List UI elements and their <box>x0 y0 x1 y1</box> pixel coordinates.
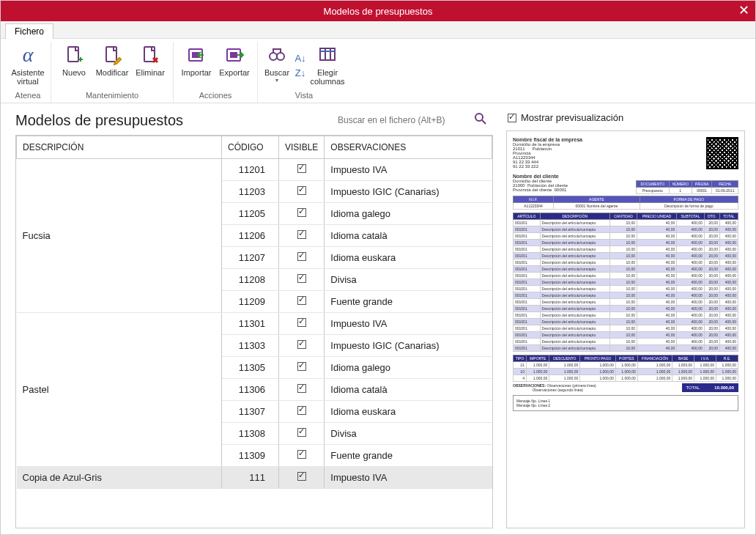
data-grid[interactable]: DESCRIPCIÓN CÓDIGO VISIBLE OBSERVACIONES… <box>15 135 493 528</box>
checkbox-icon[interactable] <box>297 318 306 327</box>
checkbox-icon[interactable] <box>297 428 306 437</box>
new-icon <box>62 43 86 67</box>
svg-point-15 <box>475 114 483 121</box>
search-box[interactable] <box>338 112 487 129</box>
group-cell: Pastel <box>17 313 222 467</box>
sort-desc-button[interactable]: Z↓ <box>293 67 308 80</box>
company-name: Nombre fiscal de la empresa <box>513 137 700 142</box>
preview-toggle-label: Mostrar previsualización <box>521 112 623 123</box>
preview-panel: Nombre fiscal de la empresa Domicilio de… <box>506 130 745 528</box>
checkbox-icon[interactable] <box>297 296 306 305</box>
checkbox-icon[interactable] <box>297 472 306 481</box>
svg-point-9 <box>270 53 277 60</box>
close-icon[interactable]: ✕ <box>738 2 749 18</box>
ribbon-group-vista: Buscar ▾ A↓ Z↓ Elegir columnas Vista <box>258 42 350 103</box>
svg-rect-11 <box>320 48 335 60</box>
checkbox-icon[interactable] <box>297 274 306 283</box>
new-button[interactable]: Nuevo <box>56 42 92 89</box>
checkbox-icon[interactable] <box>297 384 306 393</box>
table-row[interactable]: Copia de Azul-Gris111Impuesto IVA <box>17 467 492 489</box>
assistant-icon: α <box>16 43 40 67</box>
totals-table: TIPOIMPORTEDESCUENTOPRONTO PAGOPORTESFIN… <box>513 355 738 382</box>
table-row[interactable]: Fucsia11201Impuesto IVA <box>17 159 492 181</box>
import-button[interactable]: Importar <box>178 42 215 89</box>
tab-file[interactable]: Fichero <box>5 23 53 39</box>
search-button[interactable]: Buscar ▾ <box>262 42 292 89</box>
search-input[interactable] <box>338 115 470 125</box>
col-desc[interactable]: DESCRIPCIÓN <box>17 136 222 159</box>
svg-rect-3 <box>106 47 116 62</box>
qr-code-icon <box>706 137 738 169</box>
import-icon <box>185 43 208 67</box>
footer-box: Mensaje fijo. Línea 1 Mensaje fijo. Líne… <box>513 395 738 411</box>
checkbox-icon[interactable] <box>297 230 306 239</box>
agent-table: N.I.F.AGENTEFORMA DE PAGOA1122334400001 … <box>513 196 738 210</box>
sort-desc-icon: Z↓ <box>294 67 306 79</box>
ribbon-group-label: Mantenimiento <box>86 89 138 103</box>
columns-icon <box>316 43 339 67</box>
tabstrip: Fichero <box>1 21 755 39</box>
binoculars-icon <box>265 43 289 67</box>
svg-line-16 <box>482 120 486 124</box>
delete-icon <box>138 43 162 67</box>
checkbox-icon[interactable] <box>297 186 306 195</box>
ribbon-group-atenea: α Asistente virtual Atenea <box>5 42 51 103</box>
svg-point-10 <box>277 53 284 60</box>
preview-toggle[interactable]: Mostrar previsualización <box>508 112 745 123</box>
checkbox-icon[interactable] <box>297 252 306 261</box>
col-code[interactable]: CÓDIGO <box>222 136 279 159</box>
col-visible[interactable]: VISIBLE <box>279 136 325 159</box>
assistant-button[interactable]: α Asistente virtual <box>10 42 46 89</box>
col-obs[interactable]: OBSERVACIONES <box>325 136 492 159</box>
ribbon-group-label: Atenea <box>15 89 41 103</box>
checkbox-icon[interactable] <box>297 406 306 415</box>
page-title: Modelos de presupuestos <box>15 112 183 129</box>
doc-meta-table: DOCUMENTONÚMEROPÁGINAFECHAPresupuesto100… <box>636 180 738 194</box>
checkbox-icon[interactable] <box>297 362 306 371</box>
delete-button[interactable]: Eliminar <box>132 42 168 89</box>
client-name: Nombre del cliente <box>513 174 738 179</box>
ribbon-group-label: Vista <box>295 89 313 103</box>
sort-asc-icon: A↓ <box>294 53 306 64</box>
checkbox-icon[interactable] <box>508 114 516 122</box>
checkbox-icon[interactable] <box>297 340 306 349</box>
export-button[interactable]: Exportar <box>216 42 253 89</box>
chevron-down-icon: ▾ <box>275 77 278 84</box>
checkbox-icon[interactable] <box>297 208 306 217</box>
ribbon: α Asistente virtual Atenea Nuevo Modific… <box>1 39 755 103</box>
ribbon-group-label: Acciones <box>199 89 232 103</box>
sort-asc-button[interactable]: A↓ <box>293 52 308 65</box>
ribbon-group-mantenimiento: Nuevo Modificar Eliminar Mantenimiento <box>51 42 174 103</box>
total-box: TOTAL 10.000,00 <box>682 383 739 392</box>
lines-table: ARTÍCULODESCRIPCIÓNCANTIDADPRECIO UNIDAD… <box>513 213 738 352</box>
svg-rect-8 <box>230 52 237 58</box>
group-cell: Copia de Azul-Gris <box>17 467 222 489</box>
edit-button[interactable]: Modificar <box>94 42 130 89</box>
checkbox-icon[interactable] <box>297 164 306 173</box>
sort-buttons: A↓ Z↓ <box>293 42 308 89</box>
titlebar: Modelos de presupuestos ✕ <box>1 1 755 21</box>
ribbon-group-acciones: Importar Exportar Acciones <box>174 42 258 103</box>
svg-rect-0 <box>68 47 78 62</box>
columns-button[interactable]: Elegir columnas <box>309 42 346 89</box>
group-cell: Fucsia <box>17 159 222 313</box>
checkbox-icon[interactable] <box>297 450 306 459</box>
search-icon[interactable] <box>474 112 487 128</box>
edit-icon <box>100 43 124 67</box>
table-row[interactable]: Pastel11301Impuesto IVA <box>17 313 492 335</box>
window-title: Modelos de presupuestos <box>324 6 433 17</box>
export-icon <box>223 43 246 67</box>
